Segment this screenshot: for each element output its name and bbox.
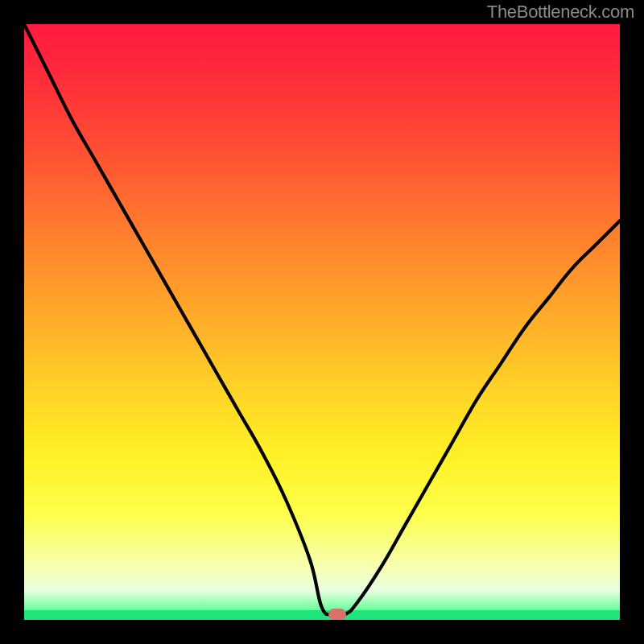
chart-frame: TheBottleneck.com [0,0,644,644]
plot-area [24,24,620,620]
minimum-marker [328,609,346,620]
watermark-text: TheBottleneck.com [487,2,634,23]
bottleneck-curve [24,24,620,620]
